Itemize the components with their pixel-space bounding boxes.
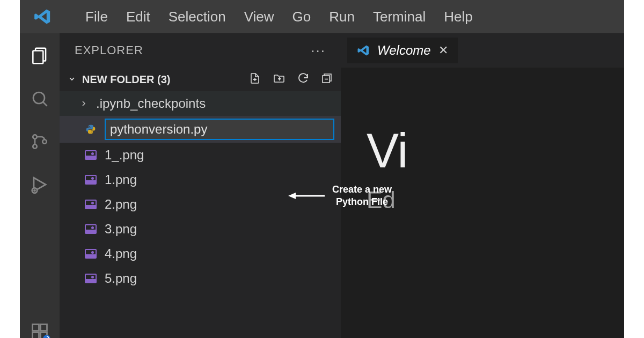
tree-file-row[interactable]: 1_.png bbox=[60, 143, 341, 167]
tree-item-label: 4.png bbox=[105, 246, 137, 261]
tree-item-label: 2.png bbox=[105, 197, 137, 212]
explorer-root-row[interactable]: NEW FOLDER (3) bbox=[60, 68, 341, 91]
editor-tabs: Welcome ✕ bbox=[341, 33, 624, 68]
tree-item-label: 1.png bbox=[105, 172, 137, 187]
main-body: EXPLORER ··· NEW FOLDER (3) bbox=[20, 33, 624, 338]
menu-help[interactable]: Help bbox=[444, 9, 472, 25]
menu-go[interactable]: Go bbox=[292, 9, 311, 25]
tree-file-row[interactable]: 1.png bbox=[60, 167, 341, 192]
menu-view[interactable]: View bbox=[244, 9, 274, 25]
menu-selection[interactable]: Selection bbox=[169, 9, 226, 25]
image-file-icon bbox=[84, 247, 97, 260]
vscode-logo-icon bbox=[357, 44, 370, 57]
svg-point-5 bbox=[33, 144, 37, 149]
svg-line-3 bbox=[43, 102, 47, 106]
explorer-actions bbox=[248, 72, 333, 87]
explorer-more-icon[interactable]: ··· bbox=[311, 42, 326, 59]
welcome-subtitle: Ed bbox=[367, 187, 624, 214]
svg-rect-1 bbox=[33, 51, 43, 64]
svg-point-4 bbox=[33, 135, 37, 139]
chevron-right-icon bbox=[79, 96, 89, 111]
image-file-icon bbox=[84, 198, 97, 211]
activity-run-debug-icon[interactable] bbox=[28, 173, 52, 196]
tab-label: Welcome bbox=[377, 43, 431, 58]
tree-file-row[interactable]: 3.png bbox=[60, 217, 341, 241]
welcome-screen: Vi Ed bbox=[341, 68, 624, 214]
explorer-title: EXPLORER bbox=[75, 43, 143, 57]
vscode-window: File Edit Selection View Go Run Terminal… bbox=[20, 0, 624, 338]
menu-edit[interactable]: Edit bbox=[126, 9, 150, 25]
menu-run[interactable]: Run bbox=[329, 9, 355, 25]
activity-explorer-icon[interactable] bbox=[28, 44, 52, 68]
refresh-icon[interactable] bbox=[297, 72, 310, 87]
titlebar: File Edit Selection View Go Run Terminal… bbox=[20, 0, 624, 33]
new-file-name-input[interactable] bbox=[105, 119, 334, 140]
activity-extensions-icon[interactable] bbox=[28, 320, 52, 338]
tree-item-label: 3.png bbox=[105, 222, 137, 237]
explorer-root-label: NEW FOLDER (3) bbox=[82, 74, 170, 86]
editor-area: Welcome ✕ Vi Ed bbox=[341, 33, 624, 338]
tree-file-row[interactable]: 2.png bbox=[60, 192, 341, 217]
file-tree: .ipynb_checkpoints 1_.png bbox=[60, 91, 341, 291]
new-folder-icon[interactable] bbox=[272, 72, 286, 87]
image-file-icon bbox=[84, 272, 97, 285]
svg-point-2 bbox=[33, 92, 45, 104]
svg-rect-9 bbox=[33, 325, 39, 331]
activity-bar bbox=[20, 33, 60, 338]
image-file-icon bbox=[84, 223, 97, 236]
activity-search-icon[interactable] bbox=[28, 87, 52, 111]
svg-rect-12 bbox=[41, 325, 47, 331]
welcome-title: Vi bbox=[367, 127, 624, 175]
svg-rect-10 bbox=[33, 333, 39, 339]
tree-item-label: 1_.png bbox=[105, 148, 144, 163]
svg-point-8 bbox=[33, 189, 36, 192]
activity-source-control-icon[interactable] bbox=[28, 130, 52, 153]
tree-file-row[interactable]: 4.png bbox=[60, 241, 341, 266]
svg-point-6 bbox=[42, 139, 47, 144]
image-file-icon bbox=[84, 149, 97, 161]
menu-terminal[interactable]: Terminal bbox=[373, 9, 426, 25]
tree-item-label: .ipynb_checkpoints bbox=[96, 96, 206, 111]
close-icon[interactable]: ✕ bbox=[438, 43, 448, 57]
tree-item-label: 5.png bbox=[105, 271, 137, 286]
collapse-all-icon[interactable] bbox=[320, 72, 333, 87]
new-file-icon[interactable] bbox=[248, 72, 261, 87]
tree-file-editing-row[interactable] bbox=[60, 116, 341, 143]
tab-welcome[interactable]: Welcome ✕ bbox=[347, 38, 458, 63]
tree-folder-row[interactable]: .ipynb_checkpoints bbox=[60, 91, 341, 116]
python-file-icon bbox=[84, 123, 97, 136]
explorer-header: EXPLORER ··· bbox=[60, 33, 341, 68]
tree-file-row[interactable]: 5.png bbox=[60, 266, 341, 291]
menu-file[interactable]: File bbox=[85, 9, 108, 25]
vscode-logo-icon bbox=[33, 7, 52, 26]
image-file-icon bbox=[84, 173, 97, 186]
explorer-sidebar: EXPLORER ··· NEW FOLDER (3) bbox=[60, 33, 341, 338]
chevron-down-icon bbox=[67, 74, 77, 86]
